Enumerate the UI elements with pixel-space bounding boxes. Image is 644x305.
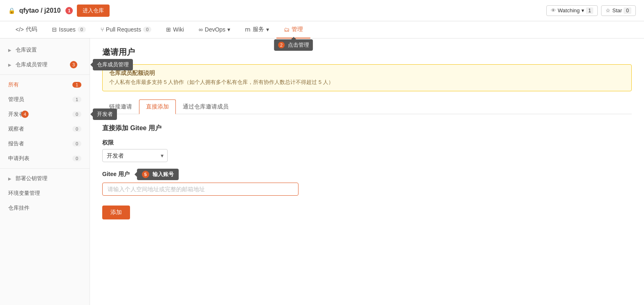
service-dropdown-icon: ▾: [266, 26, 269, 33]
arrow-icon: ▶: [8, 48, 11, 52]
service-icon: ⅿ: [245, 26, 251, 33]
repo-name: j2010: [44, 7, 61, 14]
pr-badge: 0: [143, 27, 151, 32]
gitee-user-input[interactable]: [102, 183, 298, 196]
sidebar-item-repo-members[interactable]: ▶ 仓库成员管理 3 仓库成员管理: [0, 57, 90, 72]
sidebar-item-repo-settings[interactable]: ▶ 仓库设置: [0, 43, 90, 57]
star-button[interactable]: ☆ Star 0: [601, 5, 636, 16]
nav-tabs: </> 代码 ⊟ Issues 0 ⑂ Pull Requests 0 ⊞ Wi…: [0, 21, 644, 38]
sidebar-all-label: 所有: [8, 81, 19, 88]
tab-wiki[interactable]: ⊞ Wiki: [159, 21, 191, 38]
permission-group: 权限 开发者 管理员 观察者 报告者: [102, 139, 632, 162]
watch-count: 1: [586, 7, 594, 14]
sidebar-item-observer[interactable]: 观察者 0: [0, 122, 90, 136]
tab-devops-label: DevOps: [205, 26, 226, 33]
issues-icon: ⊟: [52, 26, 57, 33]
issues-badge: 0: [78, 27, 86, 32]
sidebar-developer-tooltip: 开发者: [93, 108, 117, 120]
sidebar-repo-members-label: 仓库成员管理: [16, 61, 47, 68]
permission-select[interactable]: 开发者 管理员 观察者 报告者: [102, 149, 168, 162]
sidebar-developer-badge: 4: [21, 111, 29, 118]
sidebar-item-reporter[interactable]: 报告者 0: [0, 136, 90, 151]
repo-separator: /: [40, 7, 44, 14]
alert-warning: 仓库成员配额说明 个人私有仓库最多支持 5 人协作（如个人拥有多个私有仓库，所有…: [102, 64, 632, 91]
code-icon: </>: [16, 26, 24, 33]
sidebar-developer-count: 0: [72, 111, 81, 117]
sub-tab-repo-invite[interactable]: 通过仓库邀请成员: [176, 99, 236, 114]
arrow-icon-2: ▶: [8, 63, 11, 67]
manage-icon: 🗂: [284, 26, 289, 33]
sidebar-item-apply-list[interactable]: 申请列表 0: [0, 151, 90, 166]
gitee-user-group: Gitee 用户 5 输入账号: [102, 169, 632, 196]
content-area: 邀请用户 仓库成员配额说明 个人私有仓库最多支持 5 人协作（如个人拥有多个私有…: [90, 38, 644, 305]
sidebar-repo-settings-label: 仓库设置: [16, 46, 37, 54]
enter-repo-button[interactable]: 进入仓库: [77, 5, 110, 17]
tab-code[interactable]: </> 代码: [8, 21, 45, 38]
alert-body: 个人私有仓库最多支持 5 人协作（如个人拥有多个私有仓库，所有协作人数总计不得超…: [109, 79, 625, 86]
sidebar-env-label: 环境变量管理: [8, 190, 40, 197]
sub-tab-direct-add[interactable]: 直接添加: [139, 99, 176, 114]
tab-code-label: 代码: [26, 26, 37, 33]
tab-pull-requests[interactable]: ⑂ Pull Requests 0: [93, 21, 159, 38]
sidebar-members-tooltip: 仓库成员管理: [93, 59, 133, 70]
input-badge: 5: [142, 171, 149, 178]
sidebar-admin-count: 1: [72, 97, 81, 102]
tab-issues[interactable]: ⊟ Issues 0: [45, 21, 93, 38]
header-badge: 1: [65, 7, 73, 14]
wiki-icon: ⊞: [166, 26, 171, 33]
tab-service[interactable]: ⅿ 服务 ▾: [238, 21, 276, 38]
permission-label: 权限: [102, 139, 632, 147]
section-title: 直接添加 Gitee 用户: [102, 124, 632, 133]
sidebar-all-count: 1: [72, 82, 81, 88]
sidebar-observer-label: 观察者: [8, 125, 24, 133]
chevron-icon: ▾: [581, 7, 584, 14]
sidebar-item-admin[interactable]: 管理员 1: [0, 92, 90, 107]
eye-icon: 👁: [551, 7, 556, 14]
tab-wiki-label: Wiki: [173, 26, 184, 33]
sidebar-apply-count: 0: [72, 156, 81, 161]
sidebar-deploy-label: 部署公钥管理: [16, 175, 47, 182]
sidebar: ▶ 仓库设置 ▶ 仓库成员管理 3 仓库成员管理 所有 1 管理员 1: [0, 38, 90, 305]
add-button[interactable]: 添加: [102, 206, 130, 219]
permission-select-wrapper: 开发者 管理员 观察者 报告者: [102, 149, 168, 162]
page-title: 邀请用户: [102, 47, 632, 58]
tab-pr-label: Pull Requests: [106, 26, 141, 33]
watch-button[interactable]: 👁 Watching ▾ 1: [546, 5, 598, 16]
watch-label: Watching: [558, 7, 580, 14]
tab-manage[interactable]: 🗂 管理 2 点击管理: [276, 21, 310, 38]
star-icon: ☆: [606, 7, 610, 14]
sidebar-item-deploy-key[interactable]: ▶ 部署公钥管理: [0, 171, 90, 186]
tab-service-label: 服务: [253, 26, 264, 33]
sidebar-apply-label: 申请列表: [8, 155, 29, 162]
sidebar-members-badge: 3: [70, 61, 77, 68]
tab-devops[interactable]: ∞ DevOps ▾: [191, 21, 238, 38]
star-count: 0: [624, 7, 631, 14]
manage-tooltip: 2 点击管理: [274, 39, 313, 51]
devops-icon: ∞: [199, 26, 203, 33]
sidebar-observer-count: 0: [72, 126, 81, 132]
devops-dropdown-icon: ▾: [227, 26, 230, 33]
repo-owner: qfytao: [19, 7, 39, 14]
lock-icon: 🔒: [8, 7, 15, 14]
sidebar-item-all[interactable]: 所有 1: [0, 77, 90, 92]
tab-issues-label: Issues: [59, 26, 75, 33]
sub-tabs: 链接邀请 直接添加 通过仓库邀请成员: [102, 99, 632, 114]
sidebar-admin-label: 管理员: [8, 96, 24, 103]
tab-manage-label: 管理: [292, 26, 303, 33]
gitee-user-label: Gitee 用户 5 输入账号: [102, 169, 632, 180]
header: 🔒 qfytao / j2010 1 进入仓库 👁 Watching ▾ 1 ☆…: [0, 0, 644, 21]
main-layout: ▶ 仓库设置 ▶ 仓库成员管理 3 仓库成员管理 所有 1 管理员 1: [0, 38, 644, 305]
sidebar-divider-2: [0, 168, 90, 169]
pr-icon: ⑂: [101, 26, 104, 33]
sidebar-reporter-count: 0: [72, 141, 81, 147]
repo-path: qfytao / j2010: [19, 7, 61, 14]
header-left: 🔒 qfytao / j2010 1 进入仓库: [8, 5, 546, 17]
input-tooltip: 5 输入账号: [137, 169, 179, 180]
sidebar-item-env-vars[interactable]: 环境变量管理: [0, 186, 90, 201]
sidebar-item-developer[interactable]: 开发者 0 4 开发者: [0, 107, 90, 122]
alert-title: 仓库成员配额说明: [109, 70, 625, 77]
manage-tooltip-badge: 2: [278, 42, 285, 48]
star-label: Star: [612, 7, 622, 14]
sidebar-item-webhook[interactable]: 仓库挂件: [0, 201, 90, 215]
sidebar-reporter-label: 报告者: [8, 140, 24, 147]
